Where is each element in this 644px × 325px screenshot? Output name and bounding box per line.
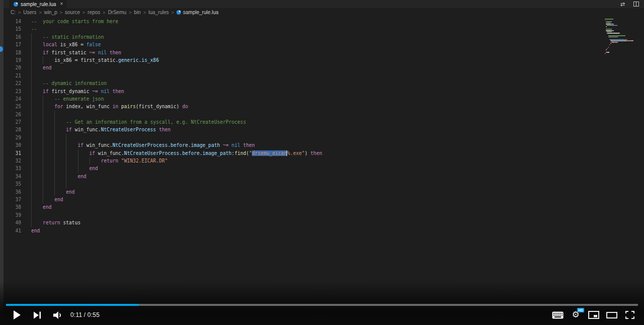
line-number: 28 [4, 126, 21, 133]
code-editor[interactable]: 14-- your code starts from here15--16 --… [4, 17, 609, 234]
code-line[interactable]: 33 end [4, 165, 609, 172]
code-line[interactable]: 27 -- Get an information from a syscall,… [4, 118, 609, 126]
line-number: 19 [4, 56, 21, 64]
window-left-edge [0, 0, 4, 325]
line-number: 16 [4, 33, 21, 41]
fullscreen-button[interactable] [621, 306, 639, 324]
breadcrumb-separator-icon: > [39, 10, 41, 15]
tab-label: sample_rule.lua [21, 2, 56, 7]
line-number: 39 [4, 211, 21, 219]
hd-badge: HD [577, 308, 584, 312]
breadcrumb-file[interactable]: sample_rule.lua [176, 10, 219, 15]
split-editor-icon[interactable]: ⇄ [620, 2, 625, 7]
line-number: 36 [4, 188, 21, 196]
code-line[interactable]: 39 [4, 211, 609, 219]
controls-row: 0:11 / 0:55 ⚙ HD [0, 306, 644, 324]
breadcrumb-item[interactable]: Users [23, 10, 36, 15]
theater-icon [606, 312, 617, 318]
video-frame: sample_rule.lua × ⇄ C:>Users>win_p>sourc… [0, 0, 644, 325]
breadcrumb-item[interactable]: source [65, 10, 80, 15]
code-line[interactable]: 22 -- dynamic information [4, 79, 609, 87]
line-number: 35 [4, 180, 21, 188]
code-line[interactable]: 36 end [4, 188, 609, 196]
code-line[interactable]: 21 [4, 72, 609, 79]
play-icon [14, 310, 21, 319]
breadcrumb-separator-icon: > [103, 10, 105, 15]
breadcrumb-item[interactable]: C: [11, 10, 16, 15]
keyboard-icon [552, 311, 564, 319]
breadcrumb-item[interactable]: bin [134, 10, 141, 15]
minimap[interactable] [605, 19, 636, 54]
line-number: 27 [4, 118, 21, 126]
breadcrumb: C:>Users>win_p>source>repos>DrSemu>bin>l… [4, 8, 644, 17]
code-line[interactable]: 20 end [4, 64, 609, 71]
code-line[interactable]: 30 if win_func.NtCreateUserProcess.befor… [4, 141, 609, 149]
line-number: 22 [4, 79, 21, 87]
code-line[interactable]: 17 local is_x86 = false [4, 41, 609, 48]
time-display: 0:11 / 0:55 [70, 311, 100, 318]
breadcrumb-separator-icon: > [129, 10, 131, 15]
code-line[interactable]: 19 is_x86 = first_static.generic.is_x86 [4, 56, 609, 64]
editor-tab-bar: sample_rule.lua × ⇄ [4, 0, 644, 8]
breadcrumb-separator-icon: > [18, 10, 21, 15]
volume-button[interactable] [47, 306, 67, 324]
line-number: 31 [4, 149, 21, 157]
theater-button[interactable] [603, 306, 621, 324]
line-number: 30 [4, 141, 21, 149]
breadcrumb-item[interactable]: repos [87, 10, 100, 15]
line-number: 37 [4, 196, 21, 203]
code-line[interactable]: 32 return "WIN32.EICAR.DR" [4, 157, 609, 165]
breadcrumb-item[interactable]: DrSemu [108, 10, 127, 15]
next-icon [34, 311, 41, 319]
editor-actions: ⇄ [620, 2, 639, 7]
code-line[interactable]: 14-- your code starts from here [4, 18, 609, 25]
minimap-line [605, 53, 636, 55]
line-number: 24 [4, 95, 21, 103]
code-line[interactable]: 15-- [4, 25, 609, 33]
line-number: 33 [4, 165, 21, 172]
line-number: 15 [4, 25, 21, 33]
code-line[interactable]: 25 for index, win_func in pairs(first_dy… [4, 103, 609, 110]
volume-icon [53, 311, 62, 319]
code-line[interactable]: 18 if first_static ~= nil then [4, 49, 609, 56]
line-number: 21 [4, 72, 21, 79]
lua-file-icon [176, 10, 181, 15]
line-number: 23 [4, 88, 21, 95]
line-number: 25 [4, 103, 21, 110]
line-number: 32 [4, 157, 21, 165]
right-controls: ⚙ HD [548, 306, 639, 324]
code-line[interactable]: 16 -- static information [4, 33, 609, 41]
fullscreen-icon [625, 311, 634, 319]
activity-badge [0, 46, 3, 52]
settings-button[interactable]: ⚙ HD [567, 306, 585, 324]
miniplayer-button[interactable] [585, 306, 603, 324]
code-line[interactable]: 38 end [4, 203, 609, 211]
breadcrumb-item[interactable]: win_p [44, 10, 57, 15]
play-button[interactable] [7, 306, 27, 324]
code-line[interactable]: 29 [4, 134, 609, 141]
code-line[interactable]: 24 -- enumerate json [4, 95, 609, 103]
line-number: 41 [4, 227, 21, 234]
tab-sample-rule-lua[interactable]: sample_rule.lua × [9, 0, 67, 8]
line-number: 38 [4, 203, 21, 211]
next-button[interactable] [27, 306, 47, 324]
line-number: 29 [4, 134, 21, 141]
code-line[interactable]: 35 [4, 180, 609, 188]
tab-close-icon[interactable]: × [60, 2, 63, 7]
keyboard-button[interactable] [548, 306, 567, 324]
code-line[interactable]: 28 if win_func.NtCreateUserProcess then [4, 126, 609, 133]
code-line[interactable]: 37 end [4, 196, 609, 203]
miniplayer-icon [588, 311, 599, 319]
line-number: 17 [4, 41, 21, 48]
code-line[interactable]: 23 if first_dynamic ~= nil then [4, 88, 609, 95]
code-line[interactable]: 26 [4, 111, 609, 118]
code-line[interactable]: 31 if win_func.NtCreateUserProcess.befor… [4, 149, 609, 157]
breadcrumb-item[interactable]: lua_rules [148, 10, 169, 15]
code-line[interactable]: 34 end [4, 173, 609, 180]
code-line[interactable]: 40 return status [4, 219, 609, 226]
breadcrumb-separator-icon: > [171, 10, 174, 15]
code-line[interactable]: 41end [4, 227, 609, 234]
editor-layout-icon[interactable] [633, 2, 639, 7]
lua-file-icon [14, 2, 18, 7]
breadcrumb-separator-icon: > [60, 10, 62, 15]
